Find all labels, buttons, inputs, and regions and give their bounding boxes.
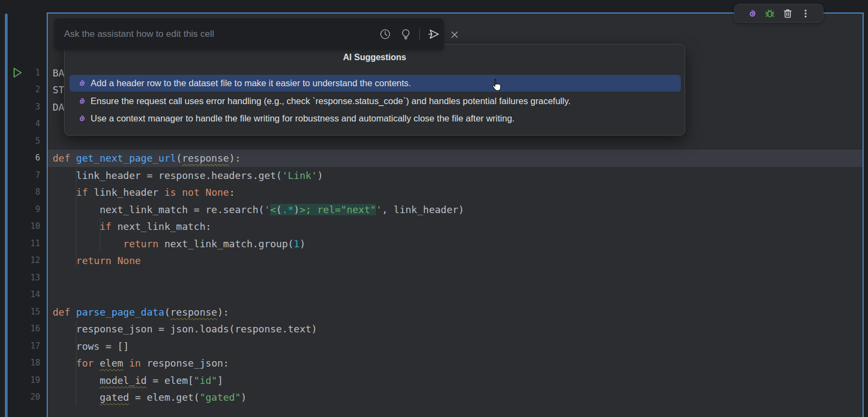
- ai-assistant-icon: [77, 114, 86, 123]
- code-line: gated = elem.get("gated"): [53, 389, 247, 406]
- ai-assistant-icon: [77, 79, 86, 88]
- line-number: 14: [5, 286, 40, 304]
- popup-title: AI Suggestions: [65, 51, 685, 64]
- line-number: 16: [5, 320, 40, 338]
- code-line: next_link_match = re.search('<(.*)>; rel…: [53, 201, 464, 219]
- line-number: 20: [5, 389, 40, 406]
- line-number: 2: [5, 81, 40, 99]
- debug-icon[interactable]: [764, 8, 775, 19]
- code-line: def parse_page_data(response):: [53, 304, 229, 321]
- line-number: 5: [5, 133, 40, 150]
- code-line: BA: [53, 65, 65, 82]
- history-icon[interactable]: [379, 28, 391, 40]
- line-number: 1: [5, 65, 40, 82]
- notebook-editor: { "colors":{ "background":"#1E1F22","edi…: [0, 0, 868, 417]
- ai-suggestions-popup: AI Suggestions Add a header row to the d…: [64, 44, 685, 136]
- line-number: 10: [5, 218, 40, 235]
- divider: [419, 28, 420, 40]
- line-number: 7: [5, 167, 40, 184]
- close-icon[interactable]: [449, 29, 461, 41]
- code-line: if next_link_match:: [53, 218, 212, 235]
- suggestion-item[interactable]: Add a header row to the dataset file to …: [69, 75, 681, 92]
- line-number: 11: [5, 235, 40, 253]
- more-options-icon[interactable]: [800, 8, 811, 19]
- code-line: link_header = response.headers.get('Link…: [53, 167, 323, 184]
- suggestion-label: Add a header row to the dataset file to …: [91, 75, 411, 92]
- line-number: 6: [5, 150, 40, 167]
- cell-toolbar: [734, 4, 824, 23]
- line-number: 15: [5, 304, 40, 321]
- suggestion-label: Ensure the request call uses error handl…: [91, 93, 571, 110]
- code-line: response_json = json.loads(response.text…: [53, 320, 317, 338]
- line-number: 19: [5, 372, 40, 389]
- code-line: rows = []: [53, 338, 129, 355]
- suggestion-item[interactable]: Ensure the request call uses error handl…: [69, 93, 681, 110]
- code-line: if link_header is not None:: [53, 184, 235, 201]
- line-number: 9: [5, 201, 40, 219]
- code-line: DA: [53, 99, 65, 116]
- line-number: 18: [5, 355, 40, 372]
- code-line: for elem in response_json:: [53, 355, 229, 372]
- delete-icon[interactable]: [782, 8, 793, 19]
- line-number: 13: [5, 270, 40, 287]
- suggestion-label: Use a context manager to handle the file…: [91, 110, 514, 127]
- ai-prompt-box: [54, 18, 444, 50]
- suggestions-icon[interactable]: [400, 28, 412, 40]
- code-line: model_id = elem["id"]: [53, 372, 223, 389]
- suggestion-item[interactable]: Use a context manager to handle the file…: [69, 110, 681, 127]
- code-line: return None: [53, 252, 141, 270]
- code-line: ST: [53, 81, 65, 99]
- send-icon[interactable]: [427, 28, 439, 40]
- code-line: return next_link_match.group(1): [53, 235, 305, 253]
- line-number: 8: [5, 184, 40, 201]
- line-number: 4: [5, 116, 40, 133]
- ai-assistant-icon[interactable]: [746, 8, 757, 19]
- assistant-prompt-input[interactable]: [63, 28, 375, 40]
- ai-assistant-icon: [77, 97, 86, 106]
- line-number: 17: [5, 338, 40, 355]
- line-number: 12: [5, 252, 40, 270]
- line-number: 3: [5, 99, 40, 116]
- code-line: def get_next_page_url(response):: [53, 150, 241, 167]
